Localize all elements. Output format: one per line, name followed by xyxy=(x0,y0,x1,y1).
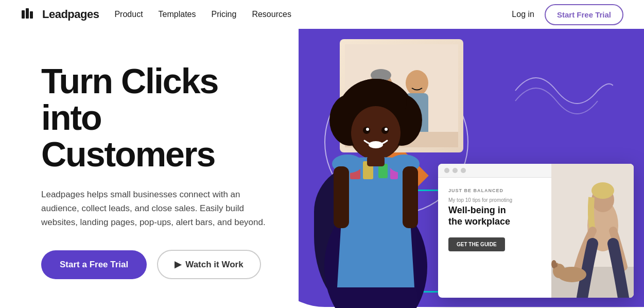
svg-point-18 xyxy=(369,141,383,148)
nav-cta-button[interactable]: Start Free Trial xyxy=(545,4,623,25)
svg-rect-2 xyxy=(30,11,33,19)
nav-product[interactable]: Product xyxy=(114,10,143,19)
mockup-title-line1: Well-being in xyxy=(448,205,506,215)
svg-point-36 xyxy=(591,182,614,199)
hero-section: Turn Clicks into Customers Leadpages hel… xyxy=(0,29,644,308)
svg-rect-1 xyxy=(26,8,29,19)
hero-secondary-label: Watch it Work xyxy=(185,260,243,270)
nav-templates[interactable]: Templates xyxy=(159,10,196,19)
svg-rect-31 xyxy=(403,166,418,228)
woman-illustration xyxy=(304,71,448,308)
mockup-cta: GET THE GUIDE xyxy=(448,237,505,251)
hero-buttons: Start a Free Trial ▶ Watch it Work xyxy=(41,250,278,279)
nav-pricing[interactable]: Pricing xyxy=(212,10,237,19)
hero-title-line1: Turn Clicks into xyxy=(41,61,218,137)
nav-right: Log in Start Free Trial xyxy=(512,4,623,25)
logo[interactable]: Leadpages xyxy=(21,6,99,23)
fitness-illustration xyxy=(551,164,634,298)
logo-icon xyxy=(21,6,37,23)
wavy-line-decoration xyxy=(510,60,613,122)
hero-title: Turn Clicks into Customers xyxy=(41,63,278,173)
login-link[interactable]: Log in xyxy=(512,10,534,19)
hero-right: JUST BE BALANCED My top 10 tips for prom… xyxy=(299,29,644,308)
browser-dot-1 xyxy=(444,168,449,173)
svg-rect-27 xyxy=(367,156,385,166)
logo-text: Leadpages xyxy=(42,8,99,21)
nav-links: Product Templates Pricing Resources xyxy=(114,10,512,19)
svg-point-22 xyxy=(385,128,388,131)
play-icon: ▶ xyxy=(175,259,181,270)
svg-rect-0 xyxy=(22,10,25,19)
svg-point-17 xyxy=(351,106,401,160)
svg-point-21 xyxy=(366,128,369,131)
hero-title-line2: Customers xyxy=(41,134,215,174)
woman-photo xyxy=(299,56,453,308)
mockup-title-line2: the workplace xyxy=(448,216,510,227)
landing-page-mockup: JUST BE BALANCED My top 10 tips for prom… xyxy=(438,164,634,298)
hero-secondary-button[interactable]: ▶ Watch it Work xyxy=(157,250,260,279)
browser-dot-3 xyxy=(461,168,466,173)
fitness-photo-inner xyxy=(551,164,634,298)
svg-point-41 xyxy=(551,260,556,268)
navbar: Leadpages Product Templates Pricing Reso… xyxy=(0,0,644,29)
nav-resources[interactable]: Resources xyxy=(252,10,291,19)
svg-rect-30 xyxy=(334,166,349,228)
mockup-fitness-photo xyxy=(551,164,634,298)
hero-primary-button[interactable]: Start a Free Trial xyxy=(41,250,147,279)
browser-dot-2 xyxy=(452,168,458,173)
hero-subtitle: Leadpages helps small businesses connect… xyxy=(41,187,278,230)
hero-left: Turn Clicks into Customers Leadpages hel… xyxy=(0,29,299,308)
